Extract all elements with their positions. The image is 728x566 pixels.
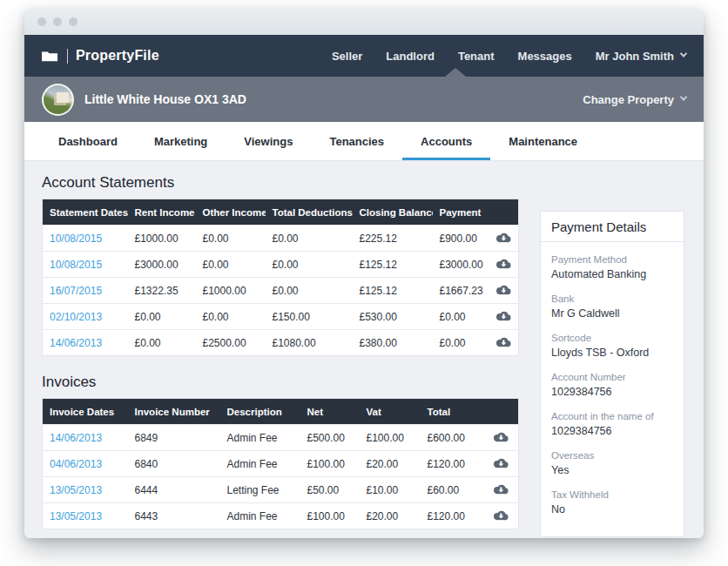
field-label: Account in the name of <box>551 410 673 422</box>
field-account-number: Account Number1029384756 <box>551 371 673 399</box>
date-link[interactable]: 14/06/2013 <box>50 337 102 349</box>
download-cloud-icon[interactable] <box>494 335 512 348</box>
field-value: No <box>551 502 673 516</box>
field-label: Overseas <box>551 449 673 462</box>
field-label: Tax Withheld <box>551 489 673 501</box>
field-value: 1029384756 <box>551 424 673 438</box>
tab-viewings[interactable]: Viewings <box>226 122 311 160</box>
folder-icon <box>42 51 58 62</box>
download-cloud-icon[interactable] <box>494 257 512 270</box>
brand-name: PropertyFile <box>76 48 159 64</box>
table-row: 10/08/2015£1000.00£0.00£0.00£225.12£900.… <box>43 226 519 252</box>
download-cloud-icon[interactable] <box>494 309 512 322</box>
tab-accounts[interactable]: Accounts <box>402 122 490 160</box>
column-header-closing-balance: Closing Balance <box>353 199 433 226</box>
column-header-description: Description <box>220 399 300 425</box>
window-minimize-button[interactable] <box>53 17 62 26</box>
field-value: Yes <box>551 463 673 477</box>
top-navbar: PropertyFile SellerLandlordTenantMessage… <box>24 35 704 77</box>
date-link[interactable]: 02/10/2013 <box>50 311 102 323</box>
field-sortcode: SortcodeLloyds TSB - Oxford <box>551 332 673 360</box>
column-header-actions <box>487 199 519 226</box>
column-header-invoice-dates: Invoice Dates <box>43 399 128 425</box>
window-titlebar <box>24 9 704 35</box>
date-link[interactable]: 10/08/2015 <box>50 232 102 245</box>
nav-item-messages[interactable]: Messages <box>518 50 572 63</box>
main-column: Account Statements Statement DatesRent I… <box>42 173 518 537</box>
column-header-net: Net <box>300 399 360 425</box>
tab-marketing[interactable]: Marketing <box>136 122 226 160</box>
column-header-vat: Vat <box>360 399 421 425</box>
invoices-header-row: Invoice DatesInvoice NumberDescriptionNe… <box>43 399 519 425</box>
table-row: 14/06/2013£0.00£2500.00£1080.00£380.00£0… <box>43 330 519 356</box>
date-link[interactable]: 13/05/2013 <box>50 510 102 522</box>
download-cloud-icon[interactable] <box>491 482 509 495</box>
field-value: Lloyds TSB - Oxford <box>551 346 673 360</box>
table-row: 13/05/20136443Admin Fee£100.00£20.00£120… <box>43 503 519 529</box>
sidebar: Payment Details Payment MethodAutomated … <box>540 173 684 537</box>
statements-table: Statement DatesRent IncomeOther IncomeTo… <box>42 199 519 356</box>
date-link[interactable]: 10/08/2015 <box>50 259 102 271</box>
column-header-total: Total <box>421 399 476 425</box>
payment-details-fields: Payment MethodAutomated BankingBankMr G … <box>541 242 684 536</box>
tab-dashboard[interactable]: Dashboard <box>40 122 136 160</box>
property-bar: Little White House OX1 3AD Change Proper… <box>24 77 704 122</box>
download-cloud-icon[interactable] <box>491 509 509 522</box>
user-menu[interactable]: Mr John Smith <box>596 50 686 63</box>
field-value: Automated Banking <box>551 267 673 281</box>
field-overseas: OverseasYes <box>551 449 673 477</box>
column-header-total-deductions: Total Deductions <box>266 199 353 226</box>
payment-details-title: Payment Details <box>541 212 684 242</box>
table-row: 02/10/2013£0.00£0.00£150.00£530.00£0.00 <box>43 304 519 330</box>
chevron-down-icon <box>680 93 687 100</box>
column-header-statement-dates: Statement Dates <box>43 199 128 226</box>
user-name: Mr John Smith <box>596 50 674 63</box>
date-link[interactable]: 13/05/2013 <box>50 484 102 496</box>
window-close-button[interactable] <box>37 17 46 26</box>
invoices-title: Invoices <box>42 373 518 392</box>
statements-header-row: Statement DatesRent IncomeOther IncomeTo… <box>43 199 519 226</box>
payment-details-card: Payment Details Payment MethodAutomated … <box>540 211 684 537</box>
column-header-payment: Payment <box>433 199 487 226</box>
brand-logo[interactable]: PropertyFile <box>42 48 159 64</box>
table-row: 16/07/2015£1322.35£1000.00£0.00£125.12£1… <box>43 278 519 304</box>
nav-item-tenant[interactable]: Tenant <box>458 50 495 63</box>
change-property-button[interactable]: Change Property <box>583 93 686 106</box>
date-link[interactable]: 16/07/2015 <box>50 285 102 297</box>
brand-divider <box>67 49 68 64</box>
primary-nav: SellerLandlordTenantMessages <box>308 50 572 63</box>
property-avatar[interactable] <box>42 84 74 116</box>
nav-item-seller[interactable]: Seller <box>332 50 362 63</box>
field-payment-method: Payment MethodAutomated Banking <box>551 253 673 281</box>
statements-title: Account Statements <box>42 173 518 192</box>
column-header-actions <box>476 399 519 425</box>
tab-maintenance[interactable]: Maintenance <box>490 122 596 160</box>
field-account-in-the-name-of: Account in the name of1029384756 <box>551 410 673 438</box>
table-row: 04/06/20136840Admin Fee£100.00£20.00£120… <box>43 451 519 477</box>
field-bank: BankMr G Caldwell <box>551 293 673 320</box>
section-tabs: DashboardMarketingViewingsTenanciesAccou… <box>24 122 704 161</box>
change-property-label: Change Property <box>583 93 674 106</box>
column-header-invoice-number: Invoice Number <box>128 399 220 425</box>
column-header-other-income: Other Income <box>196 199 266 226</box>
field-value: Mr G Caldwell <box>551 307 673 320</box>
table-row: 10/08/2015£3000.00£0.00£0.00£125.12£3000… <box>43 252 519 278</box>
table-row: 14/06/20136849Admin Fee£500.00£100.00£60… <box>43 425 519 451</box>
download-cloud-icon[interactable] <box>491 430 509 443</box>
download-cloud-icon[interactable] <box>494 231 512 244</box>
tab-tenancies[interactable]: Tenancies <box>311 122 402 160</box>
property-name: Little White House OX1 3AD <box>84 92 246 106</box>
download-cloud-icon[interactable] <box>494 283 512 296</box>
date-link[interactable]: 14/06/2013 <box>50 432 102 444</box>
column-header-rent-income: Rent Income <box>128 199 196 226</box>
window-zoom-button[interactable] <box>69 17 78 26</box>
download-cloud-icon[interactable] <box>491 456 509 469</box>
date-link[interactable]: 04/06/2013 <box>50 458 102 470</box>
content-area: Account Statements Statement DatesRent I… <box>24 161 704 537</box>
field-label: Account Number <box>551 371 673 383</box>
chevron-down-icon <box>680 50 687 57</box>
active-nav-pointer <box>445 68 466 77</box>
app-window: PropertyFile SellerLandlordTenantMessage… <box>24 9 704 538</box>
field-tax-withheld: Tax WithheldNo <box>551 489 673 516</box>
nav-item-landlord[interactable]: Landlord <box>386 50 435 63</box>
